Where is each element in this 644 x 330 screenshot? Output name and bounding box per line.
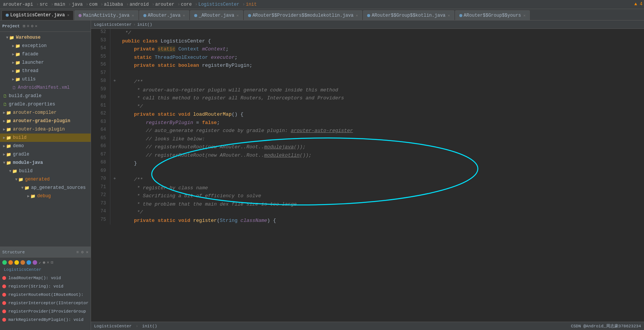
tab-label: ARouter$$Providers$$modulekotlin.java bbox=[253, 13, 353, 18]
code-line: registerByPlugin = false; bbox=[119, 119, 644, 127]
code-line bbox=[119, 70, 644, 78]
item-label: markRegisteredByPlugin(): void bbox=[8, 317, 83, 322]
arrow-icon: ▶ bbox=[12, 69, 14, 73]
table-row: 53 public class LogisticsCenter { bbox=[91, 37, 644, 46]
code-line: * call this method to register all Route… bbox=[119, 94, 644, 102]
gutter bbox=[110, 127, 119, 135]
table-row: 69 bbox=[91, 168, 644, 176]
structure-item-registerinterceptor[interactable]: registerInterceptor(IInterceptor bbox=[0, 299, 91, 307]
tab-arouter[interactable]: ARouter.java ✕ bbox=[139, 10, 189, 20]
tab-group-yours[interactable]: ARouter$$Group$$yours ✕ bbox=[455, 10, 530, 20]
tree-item-arouter-idea[interactable]: ▶ 📁 arouter-idea-plugin bbox=[0, 125, 91, 134]
structure-settings-icon[interactable]: ⚙ bbox=[81, 250, 84, 255]
line-number: 67 bbox=[91, 151, 110, 160]
line-number: 69 bbox=[91, 168, 110, 176]
line-number: 58 bbox=[91, 78, 110, 86]
structure-item-registerrouteroot[interactable]: registerRouteRoot(IRouteRoot): bbox=[0, 291, 91, 299]
line-number: 74 bbox=[91, 208, 110, 217]
close-icon[interactable]: ✕ bbox=[237, 13, 239, 18]
tree-item-warehouse[interactable]: ▼ 📁 Warehouse bbox=[0, 33, 91, 42]
arrow-icon: ▶ bbox=[12, 60, 14, 65]
code-line: // registerRouteRoot(new ARouter..Root..… bbox=[119, 143, 644, 151]
tab-mainactivity[interactable]: MainActivity.java ✕ bbox=[74, 10, 138, 20]
structure-item-register[interactable]: register(String): void bbox=[0, 282, 91, 291]
item-label: register(String): void bbox=[8, 284, 63, 289]
tab-logisticscenter[interactable]: LogisticsCenter.java ✕ bbox=[2, 10, 74, 20]
tree-label: exception bbox=[22, 43, 47, 49]
gutter bbox=[110, 208, 119, 217]
icon-blue bbox=[27, 260, 31, 265]
close-icon[interactable]: ✕ bbox=[67, 13, 69, 17]
icon-orange bbox=[8, 260, 13, 265]
folder-icon: 📁 bbox=[9, 35, 14, 40]
tree-item-build[interactable]: ▶ 📁 build bbox=[0, 134, 91, 142]
code-line: /** bbox=[119, 176, 644, 184]
tree-item-launcher[interactable]: ▶ 📁 launcher bbox=[0, 58, 91, 67]
tree-item-debug[interactable]: ▶ 📁 debug bbox=[0, 192, 91, 200]
tree-item-build2[interactable]: ▼ 📁 build bbox=[0, 167, 91, 175]
table-row: 72 * Sacrificing a bit of efficiency to … bbox=[91, 192, 644, 200]
code-line: private static void loadRouterMap() { bbox=[119, 110, 644, 119]
code-line: * register by class name bbox=[119, 184, 644, 192]
table-row: 61 */ bbox=[91, 102, 644, 111]
tree-item-ap-generated[interactable]: ▼ 📁 ap_generated_sources bbox=[0, 184, 91, 192]
gutter bbox=[110, 94, 119, 102]
close-icon[interactable]: ✕ bbox=[356, 13, 358, 18]
tree-item-arouter-compiler[interactable]: ▶ 📁 arouter-compiler bbox=[0, 108, 91, 117]
tab-group-kotlin[interactable]: ARouter$$Group$$kotlin.java ✕ bbox=[363, 10, 454, 20]
structure-item-loadroutermap[interactable]: loadRouterMap(): void bbox=[0, 274, 91, 282]
code-table: 52 */ 53 public class LogisticsCenter { bbox=[91, 29, 644, 225]
tree-item-gradle[interactable]: ▶ 📁 gradle bbox=[0, 150, 91, 159]
code-line: * arouter-auto-register plugin will gene… bbox=[119, 86, 644, 94]
close-icon[interactable]: ✕ bbox=[448, 13, 450, 18]
arrow-icon: ▶ bbox=[3, 152, 5, 157]
gutter bbox=[110, 151, 119, 160]
structure-list: ↙ ◉ ✕ ⊡ LogisticsCenter loadRouterMap():… bbox=[0, 258, 91, 330]
code-line: } bbox=[119, 159, 644, 168]
tree-item-exception[interactable]: ▶ 📁 exception bbox=[0, 42, 91, 50]
tree-item-demo[interactable]: ▶ 📁 demo bbox=[0, 142, 91, 150]
tree-item-androidmanifest[interactable]: 🗋 AndroidManifest.xml bbox=[0, 83, 91, 92]
close-icon[interactable]: ✕ bbox=[523, 13, 526, 18]
close-icon[interactable]: ✕ bbox=[183, 13, 185, 18]
tree-item-arouter-gradle[interactable]: ▶ 📁 arouter-gradle-plugin bbox=[0, 117, 91, 125]
structure-item-registerprovider[interactable]: registerProvider(IProviderGroup bbox=[0, 307, 91, 316]
tree-label: thread bbox=[22, 68, 38, 74]
title-part-9: core bbox=[181, 2, 192, 7]
tree-item-thread[interactable]: ▶ 📁 thread bbox=[0, 67, 91, 75]
tree-label: facade bbox=[22, 52, 38, 57]
structure-list-icon[interactable]: ≡ bbox=[76, 250, 79, 255]
table-row: 70 ◈ /** bbox=[91, 176, 644, 184]
toolbar-icon-3[interactable]: ⚙ bbox=[31, 24, 33, 28]
toolbar-icon-2[interactable]: ≡ bbox=[27, 24, 30, 28]
tree-item-module-java[interactable]: ▼ 📁 module-java bbox=[0, 159, 91, 167]
arrow-icon: ▼ bbox=[15, 178, 17, 182]
structure-item-markregistered[interactable]: markRegisteredByPlugin(): void bbox=[0, 316, 91, 324]
tree-item-generated[interactable]: ▼ 📁 generated bbox=[0, 175, 91, 184]
gutter bbox=[110, 143, 119, 151]
method-dot bbox=[2, 301, 6, 305]
structure-item-logisticscenter[interactable]: LogisticsCenter bbox=[0, 266, 91, 274]
tree-item-utils[interactable]: ▶ 📁 utils bbox=[0, 75, 91, 83]
tree-label: module-java bbox=[13, 160, 43, 165]
close-icon[interactable]: ✕ bbox=[132, 13, 134, 18]
arrow-icon: ▶ bbox=[3, 110, 5, 115]
tree-label: build.gradle bbox=[9, 93, 41, 99]
code-line: * Sacrificing a bit of efficiency to sol… bbox=[119, 192, 644, 200]
tree-item-facade[interactable]: ▶ 📁 facade bbox=[0, 50, 91, 58]
tree-item-buildgradle[interactable]: 🗋 build.gradle bbox=[0, 92, 91, 100]
line-number: 75 bbox=[91, 217, 110, 225]
breadcrumb-part1: LogisticsCenter bbox=[94, 22, 132, 27]
tab-providers[interactable]: ARouter$$Providers$$modulekotlin.java ✕ bbox=[244, 10, 362, 20]
arrow-icon: ▼ bbox=[9, 169, 11, 173]
structure-close-icon[interactable]: ✕ bbox=[86, 250, 88, 255]
tab-arouter2[interactable]: _ARouter.java ✕ bbox=[190, 10, 243, 20]
arrow-icon: ▼ bbox=[6, 36, 8, 40]
toolbar-icon-1[interactable]: ⊞ bbox=[23, 24, 25, 28]
tree-item-gradle-props[interactable]: 🗋 gradle.properties bbox=[0, 100, 91, 108]
tab-dot bbox=[143, 14, 146, 17]
code-container[interactable]: 52 */ 53 public class LogisticsCenter { bbox=[91, 29, 644, 322]
toolbar-icon-4[interactable]: ✕ bbox=[35, 24, 38, 28]
method-dot bbox=[2, 284, 6, 288]
structure-title: Structure ≡ ⚙ ✕ bbox=[0, 247, 91, 258]
